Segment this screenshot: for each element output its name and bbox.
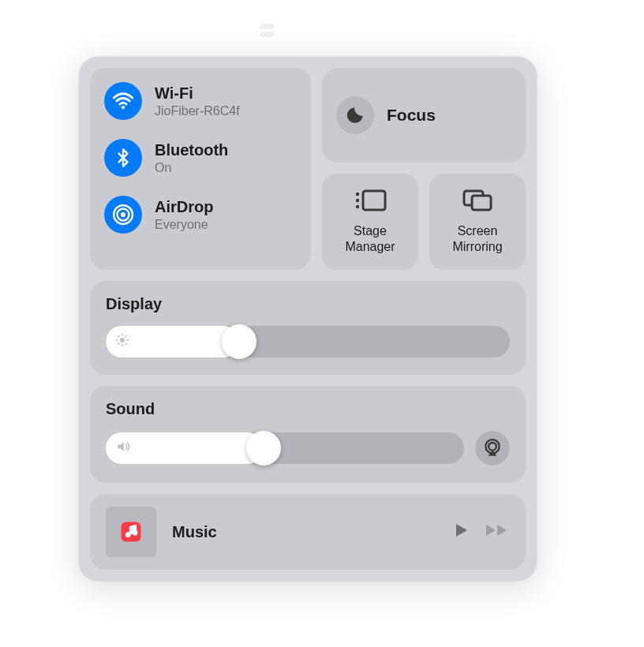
svg-line-15 [118,336,119,337]
sound-title: Sound [106,400,510,418]
svg-line-16 [125,343,126,344]
music-note-icon [119,520,143,544]
sound-slider[interactable] [106,432,464,464]
focus-toggle[interactable]: Focus [322,68,526,163]
control-center-panel: Wi-Fi JioFiber-R6C4f Bluetooth On [79,57,537,581]
display-title: Display [106,295,510,313]
music-artwork [106,507,156,557]
wifi-title: Wi-Fi [155,84,240,103]
stage-manager-label: Stage Manager [345,223,395,255]
connectivity-card: Wi-Fi JioFiber-R6C4f Bluetooth On [90,68,311,270]
fast-forward-button[interactable] [485,521,510,543]
music-title: Music [172,523,436,541]
svg-point-0 [122,106,125,109]
bluetooth-title: Bluetooth [155,141,228,159]
svg-point-1 [121,212,125,217]
wifi-subtitle: JioFiber-R6C4f [155,104,240,118]
bluetooth-toggle[interactable]: Bluetooth On [104,139,297,177]
svg-point-20 [489,443,496,451]
display-slider-thumb[interactable] [222,324,256,359]
stage-manager-icon [354,189,387,215]
music-card[interactable]: Music [90,494,526,570]
airdrop-icon [104,196,142,234]
brightness-icon [115,333,129,350]
wifi-toggle[interactable]: Wi-Fi JioFiber-R6C4f [104,82,297,120]
airdrop-subtitle: Everyone [155,218,213,232]
sound-slider-thumb[interactable] [246,431,281,466]
screen-mirroring-button[interactable]: Screen Mirroring [429,174,526,270]
svg-point-4 [356,193,359,196]
focus-title: Focus [387,106,436,125]
svg-rect-7 [363,191,385,210]
display-card: Display [90,281,526,375]
wifi-icon [104,82,142,120]
play-button[interactable] [451,521,470,543]
svg-point-5 [356,199,359,202]
display-slider[interactable] [106,326,510,357]
sound-card: Sound [90,386,526,483]
airdrop-toggle[interactable]: AirDrop Everyone [104,196,297,234]
svg-point-10 [120,338,125,342]
screen-mirroring-icon [462,189,493,215]
airplay-icon [482,438,503,458]
stage-manager-button[interactable]: Stage Manager [322,174,418,270]
bluetooth-icon [104,139,142,177]
moon-icon [336,96,374,134]
control-center-menubar-icon[interactable] [257,22,276,38]
svg-rect-9 [472,196,491,210]
svg-line-18 [125,336,126,337]
svg-point-6 [356,205,359,208]
bluetooth-subtitle: On [155,161,228,175]
svg-line-17 [118,343,119,344]
airdrop-title: AirDrop [155,198,213,216]
airplay-audio-button[interactable] [475,431,510,466]
speaker-icon [115,439,131,458]
screen-mirroring-label: Screen Mirroring [452,223,502,255]
